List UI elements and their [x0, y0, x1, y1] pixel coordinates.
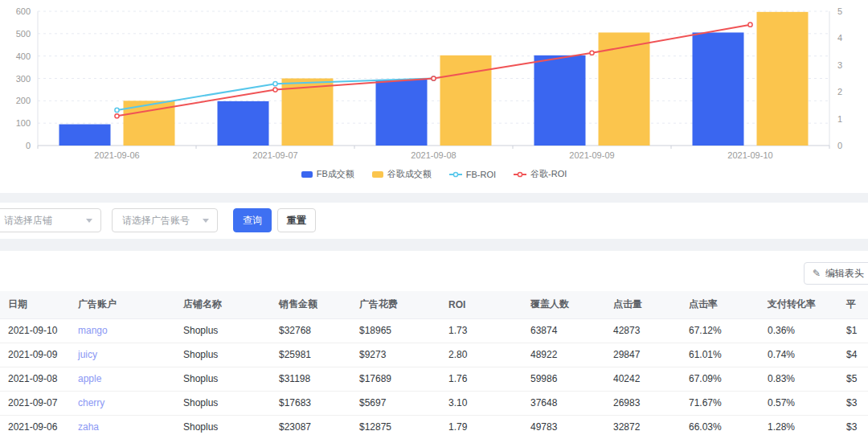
ad-account-link[interactable]: zaha: [70, 415, 175, 435]
column-header: 广告账户: [70, 291, 175, 318]
bar-fb: [59, 125, 111, 146]
bar-google: [757, 12, 809, 146]
combo-chart: 01002003004005006000123452021-09-062021-…: [0, 0, 868, 191]
chevron-down-icon: [86, 219, 92, 223]
table-cell: 1.76: [440, 367, 522, 391]
column-header: ROI: [440, 291, 522, 318]
line-marker: [273, 82, 277, 86]
x-axis-category-label: 2021-09-07: [252, 150, 297, 160]
line-marker: [590, 51, 594, 55]
column-header: 点击率: [681, 291, 760, 318]
ad-account-select[interactable]: 请选择广告账号: [112, 208, 218, 232]
table-cell: 71.67%: [681, 391, 760, 415]
left-axis-tick-label: 300: [16, 74, 31, 84]
right-axis-tick-label: 5: [837, 6, 842, 16]
bar-fb: [693, 32, 744, 146]
table-section: ✎ 编辑表头 日期广告账户店铺名称销售金额广告花费ROI覆盖人数点击量点击率支付…: [0, 251, 868, 435]
line-marker: [115, 114, 119, 118]
table-cell: 61.01%: [681, 343, 760, 367]
table-cell: $12875: [351, 415, 440, 435]
legend-label: 谷歌成交额: [387, 168, 432, 180]
table-cell: 2021-09-09: [0, 343, 70, 367]
ad-account-select-placeholder: 请选择广告账号: [122, 214, 196, 228]
line-marker: [273, 88, 277, 92]
table-cell: $3: [838, 391, 868, 415]
table-row: 2021-09-08appleShoplus$31198$176891.7659…: [0, 367, 868, 391]
table-cell: 1.73: [440, 318, 522, 343]
ad-account-link[interactable]: apple: [70, 367, 175, 391]
legend-item-2[interactable]: FB-ROI: [449, 170, 496, 179]
bar-google: [440, 55, 492, 146]
table-cell: 2.80: [440, 343, 522, 367]
table-cell: 2021-09-08: [0, 367, 70, 391]
table-cell: 67.09%: [681, 367, 760, 391]
table-cell: Shoplus: [175, 367, 271, 391]
table-cell: $23087: [271, 415, 351, 435]
table-row: 2021-09-06zahaShoplus$23087$128751.79497…: [0, 415, 868, 435]
table-row: 2021-09-09juicyShoplus$25981$92732.80489…: [0, 343, 868, 367]
chart-section: 01002003004005006000123452021-09-062021-…: [0, 0, 868, 193]
table-cell: $9273: [351, 343, 440, 367]
legend-label: FB成交额: [317, 168, 354, 180]
legend-item-3[interactable]: 谷歌-ROI: [514, 168, 567, 180]
table-cell: 2021-09-06: [0, 415, 70, 435]
left-axis-tick-label: 500: [16, 29, 31, 39]
left-axis-tick-label: 0: [26, 141, 31, 150]
edit-columns-button[interactable]: ✎ 编辑表头: [804, 262, 868, 285]
left-axis-tick-label: 200: [16, 96, 31, 105]
right-axis-tick-label: 3: [837, 60, 842, 70]
chart-legend: FB成交额谷歌成交额FB-ROI谷歌-ROI: [0, 168, 868, 180]
legend-line-swatch: [514, 170, 526, 179]
ad-account-link[interactable]: mango: [70, 318, 175, 343]
right-axis-tick-label: 0: [837, 141, 842, 150]
table-cell: 26983: [605, 391, 681, 415]
table-cell: Shoplus: [175, 391, 271, 415]
table-cell: $4: [838, 343, 868, 367]
right-axis-tick-label: 4: [837, 33, 842, 43]
table-cell: 42873: [605, 318, 681, 343]
table-cell: 0.57%: [760, 391, 838, 415]
line-google-roi: [117, 25, 751, 117]
ad-account-link[interactable]: juicy: [70, 343, 175, 367]
edit-columns-label: 编辑表头: [825, 267, 864, 281]
table-cell: 67.12%: [681, 318, 760, 343]
chevron-down-icon: [203, 219, 209, 223]
table-cell: $32768: [271, 318, 351, 343]
ad-account-link[interactable]: cherry: [70, 391, 175, 415]
legend-item-1[interactable]: 谷歌成交额: [372, 168, 432, 180]
table-cell: Shoplus: [175, 415, 271, 435]
table-header-row: 日期广告账户店铺名称销售金额广告花费ROI覆盖人数点击量点击率支付转化率平: [0, 291, 868, 318]
query-button[interactable]: 查询: [233, 208, 272, 232]
table-cell: $3: [838, 415, 868, 435]
bar-fb: [218, 101, 269, 146]
ads-data-table: 日期广告账户店铺名称销售金额广告花费ROI覆盖人数点击量点击率支付转化率平 20…: [0, 291, 868, 435]
x-axis-category-label: 2021-09-10: [727, 150, 772, 160]
table-cell: 32872: [605, 415, 681, 435]
column-header: 店铺名称: [175, 291, 271, 318]
table-cell: 59986: [522, 367, 605, 391]
table-cell: 2021-09-07: [0, 391, 70, 415]
table-cell: 63874: [522, 318, 605, 343]
table-cell: 48922: [522, 343, 605, 367]
bar-google: [599, 32, 650, 146]
legend-label: FB-ROI: [466, 170, 496, 179]
column-header: 日期: [0, 291, 70, 318]
column-header: 广告花费: [351, 291, 440, 318]
reset-button[interactable]: 重置: [277, 208, 316, 232]
shop-select[interactable]: 请选择店铺: [0, 208, 101, 232]
legend-item-0[interactable]: FB成交额: [301, 168, 354, 180]
right-axis-tick-label: 2: [837, 87, 842, 96]
bar-fb: [534, 55, 586, 146]
x-axis-category-label: 2021-09-06: [94, 150, 139, 160]
table-cell: 1.28%: [760, 415, 838, 435]
shop-select-placeholder: 请选择店铺: [4, 214, 80, 228]
table-cell: $1: [838, 318, 868, 343]
table-cell: $5: [838, 367, 868, 391]
table-cell: 3.10: [440, 391, 522, 415]
table-cell: $17683: [271, 391, 351, 415]
column-header: 点击量: [605, 291, 681, 318]
legend-bar-swatch: [372, 170, 383, 179]
table-cell: 49783: [522, 415, 605, 435]
table-cell: $31198: [271, 367, 351, 391]
table-cell: $5697: [351, 391, 440, 415]
